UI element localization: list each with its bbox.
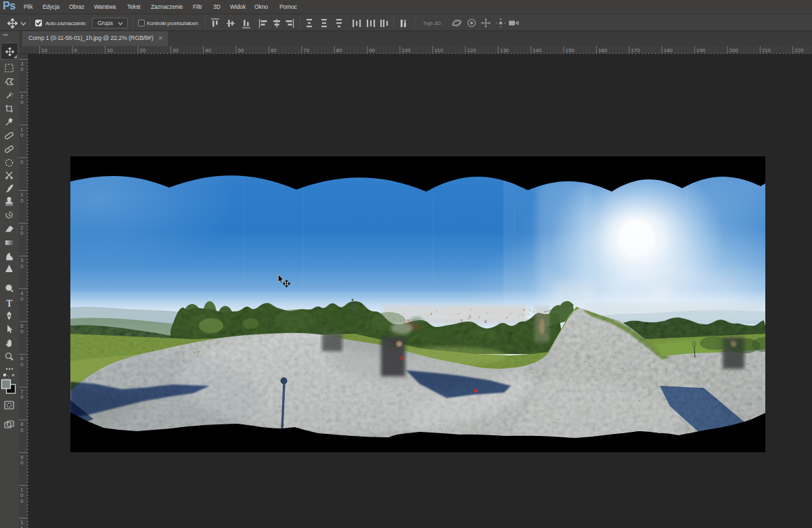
svg-text:0: 0 (20, 394, 24, 400)
svg-text:0: 0 (20, 66, 24, 72)
svg-text:60: 60 (271, 47, 277, 53)
svg-text:220: 220 (794, 47, 804, 53)
svg-text:30: 30 (173, 47, 179, 53)
svg-text:0: 0 (20, 361, 24, 368)
svg-text:0: 0 (20, 498, 24, 504)
svg-text:0: 0 (20, 230, 24, 236)
svg-text:140: 140 (533, 47, 542, 53)
svg-text:0: 0 (20, 100, 24, 106)
svg-text:150: 150 (566, 47, 575, 53)
svg-text:80: 80 (336, 47, 342, 53)
svg-text:70: 70 (303, 47, 309, 53)
svg-text:20: 20 (139, 47, 145, 53)
svg-text:130: 130 (500, 47, 510, 53)
svg-text:100: 100 (402, 47, 411, 53)
svg-text:50: 50 (238, 47, 244, 53)
svg-text:0: 0 (20, 132, 24, 138)
svg-text:10: 10 (41, 47, 47, 53)
svg-text:0: 0 (20, 427, 24, 433)
svg-text:160: 160 (598, 47, 608, 53)
svg-text:0: 0 (20, 159, 24, 165)
svg-text:0: 0 (20, 460, 24, 466)
svg-text:0: 0 (20, 328, 24, 334)
svg-text:190: 190 (696, 47, 706, 53)
svg-text:0: 0 (20, 198, 24, 204)
svg-text:210: 210 (762, 47, 771, 53)
svg-text:180: 180 (664, 47, 673, 53)
svg-text:1: 1 (20, 525, 24, 528)
svg-text:120: 120 (467, 47, 476, 53)
svg-text:0: 0 (20, 296, 24, 302)
svg-text:110: 110 (434, 47, 443, 53)
svg-text:40: 40 (205, 47, 211, 53)
svg-text:T: T (6, 299, 13, 309)
svg-text:170: 170 (631, 47, 640, 53)
svg-text:0: 0 (74, 47, 78, 53)
svg-text:90: 90 (369, 47, 375, 53)
svg-text:10: 10 (107, 47, 113, 53)
svg-text:200: 200 (729, 47, 739, 53)
svg-text:0: 0 (20, 263, 24, 269)
